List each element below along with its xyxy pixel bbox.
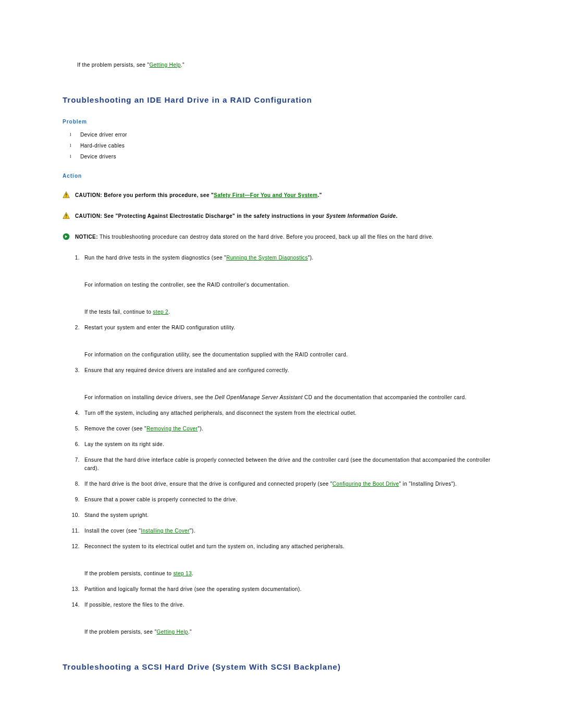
caution-icon xyxy=(63,212,72,219)
caution-after: . xyxy=(396,213,398,219)
caution-italic: System Information Guide xyxy=(326,213,396,219)
safety-first-link[interactable]: Safety First—For You and Your System xyxy=(214,192,317,198)
aux-after: . xyxy=(168,309,170,315)
aux-italic: Dell OpenManage Server Assistant xyxy=(215,394,303,400)
step-text: Ensure that any required device drivers … xyxy=(84,367,289,373)
caution-text: CAUTION: See "Protecting Against Electro… xyxy=(75,212,500,220)
step-after: "). xyxy=(308,255,314,261)
step-14: If possible, restore the files to the dr… xyxy=(81,601,500,636)
intro-prefix: If the problem persists, see " xyxy=(77,62,149,68)
action-steps: Run the hard drive tests in the system d… xyxy=(63,254,500,636)
step-7: Ensure that the hard drive interface cab… xyxy=(81,456,500,473)
intro-suffix: ." xyxy=(181,62,185,68)
step-5: Remove the cover (see "Removing the Cove… xyxy=(81,425,500,433)
intro-persist-line: If the problem persists, see "Getting He… xyxy=(77,60,500,69)
step-8: If the hard drive is the boot drive, ens… xyxy=(81,480,500,488)
notice-icon xyxy=(63,233,72,240)
removing-cover-link[interactable]: Removing the Cover xyxy=(146,426,198,431)
caution-label: CAUTION: xyxy=(75,213,102,219)
aux-after: ." xyxy=(188,629,192,635)
notice-label: NOTICE: xyxy=(75,234,98,240)
caution-label: CAUTION: xyxy=(75,192,102,198)
ide-raid-heading: Troubleshooting an IDE Hard Drive in a R… xyxy=(63,95,500,104)
step-text: If possible, restore the files to the dr… xyxy=(84,602,185,608)
caution-before: See "Protecting Against Electrostatic Di… xyxy=(102,213,326,219)
aux-before: If the problem persists, continue to xyxy=(84,571,173,576)
step-9: Ensure that a power cable is properly co… xyxy=(81,496,500,504)
caution-after: ." xyxy=(317,192,322,198)
aux-before: If the problem persists, see " xyxy=(84,629,156,635)
step-aux: If the problem persists, see "Getting He… xyxy=(84,628,500,636)
step-text: Restart your system and enter the RAID c… xyxy=(84,325,235,330)
step-text: Reconnect the system to its electrical o… xyxy=(84,544,345,549)
aux-after: CD and the documentation that accompanie… xyxy=(303,394,467,400)
action-heading: Action xyxy=(63,173,500,179)
installing-cover-link[interactable]: Installing the Cover xyxy=(141,528,190,534)
getting-help-link[interactable]: Getting Help xyxy=(149,62,180,68)
aux-before: If the tests fail, continue to xyxy=(84,309,153,315)
step-text: Run the hard drive tests in the system d… xyxy=(84,255,226,261)
problem-heading: Problem xyxy=(63,119,500,125)
step-aux: If the problem persists, continue to ste… xyxy=(84,570,500,578)
step-aux: For information on the configuration uti… xyxy=(84,351,500,359)
step-4: Turn off the system, including any attac… xyxy=(81,409,500,417)
step13-link[interactable]: step 13 xyxy=(173,571,192,576)
caution-text: CAUTION: Before you perform this procedu… xyxy=(75,191,500,200)
step-13: Partition and logically format the hard … xyxy=(81,585,500,594)
document-body: If the problem persists, see "Getting He… xyxy=(0,0,563,717)
step-aux: If the tests fail, continue to step 2. xyxy=(84,308,500,316)
caution-before: Before you perform this procedure, see " xyxy=(102,192,214,198)
problem-item: Device driver error xyxy=(70,132,500,138)
step-after: "). xyxy=(198,426,203,431)
step-before: If the hard drive is the boot drive, ens… xyxy=(84,481,333,487)
aux-before: For information on installing device dri… xyxy=(84,394,215,400)
notice: NOTICE: This troubleshooting procedure c… xyxy=(63,233,500,241)
step-before: Install the cover (see " xyxy=(84,528,141,534)
notice-body: This troubleshooting procedure can destr… xyxy=(98,234,434,240)
problem-item: Hard-drive cables xyxy=(70,143,500,149)
caution-icon xyxy=(63,191,72,199)
step-11: Install the cover (see "Installing the C… xyxy=(81,527,500,535)
step-3: Ensure that any required device drivers … xyxy=(81,366,500,402)
aux-after: . xyxy=(192,571,193,576)
step-aux: For information on testing the controlle… xyxy=(84,281,500,289)
step-1: Run the hard drive tests in the system d… xyxy=(81,254,500,316)
step-aux: For information on installing device dri… xyxy=(84,393,500,402)
scsi-backplane-heading: Troubleshooting a SCSI Hard Drive (Syste… xyxy=(63,662,500,671)
problem-list: Device driver error Hard-drive cables De… xyxy=(70,132,500,159)
step-10: Stand the system upright. xyxy=(81,511,500,520)
svg-point-2 xyxy=(66,196,66,197)
notice-text: NOTICE: This troubleshooting procedure c… xyxy=(75,233,500,241)
step-2: Restart your system and enter the RAID c… xyxy=(81,324,500,359)
svg-point-5 xyxy=(66,217,66,218)
step2-link[interactable]: step 2 xyxy=(153,309,168,315)
step-after: " in "Installing Drives"). xyxy=(399,481,457,487)
step-before: Remove the cover (see " xyxy=(84,426,146,431)
getting-help-link-2[interactable]: Getting Help xyxy=(156,629,188,635)
step-after: "). xyxy=(190,528,195,534)
step-12: Reconnect the system to its electrical o… xyxy=(81,542,500,578)
caution-2: CAUTION: See "Protecting Against Electro… xyxy=(63,212,500,220)
caution-1: CAUTION: Before you perform this procedu… xyxy=(63,191,500,200)
running-diagnostics-link[interactable]: Running the System Diagnostics xyxy=(226,255,308,261)
step-6: Lay the system on its right side. xyxy=(81,440,500,449)
problem-item: Device drivers xyxy=(70,154,500,159)
configuring-boot-drive-link[interactable]: Configuring the Boot Drive xyxy=(333,481,399,487)
